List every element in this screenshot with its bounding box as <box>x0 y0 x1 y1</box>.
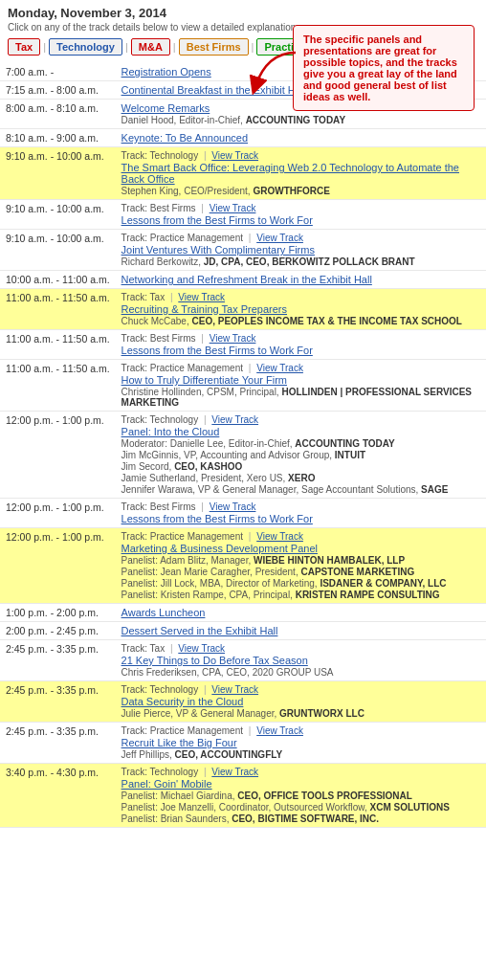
view-track-link[interactable]: View Track <box>178 643 225 654</box>
track-label: Track: Technology <box>122 684 199 695</box>
event-details: Track: Practice Management | View TrackM… <box>116 528 486 604</box>
event-details: Track: Practice Management | View TrackH… <box>116 360 486 412</box>
track-info: Track: Best Firms | View Track <box>122 501 480 512</box>
track-label: Track: Practice Management <box>122 233 243 243</box>
table-row: 3:40 p.m. - 4:30 p.m.Track: Technology |… <box>0 764 486 828</box>
track-info: Track: Technology | View Track <box>122 684 480 695</box>
callout-arrow-icon <box>248 48 300 100</box>
event-time: 8:10 a.m. - 9:00 a.m. <box>0 129 116 147</box>
tab-tax[interactable]: Tax <box>8 38 40 56</box>
presenter: Panelist: Adam Blitz, Manager, WIEBE HIN… <box>122 555 480 566</box>
event-time: 2:45 p.m. - 3:35 p.m. <box>0 640 116 681</box>
presenter: Stephen King, CEO/President, GROWTHFORCE <box>122 186 480 196</box>
view-track-link[interactable]: View Track <box>178 292 225 302</box>
presenter: Jeff Phillips, CEO, ACCOUNTINGFLY <box>122 749 480 760</box>
tab-technology[interactable]: Technology <box>49 38 122 56</box>
track-label: Track: Practice Management <box>122 725 243 736</box>
event-time: 12:00 p.m. - 1:00 p.m. <box>0 412 116 499</box>
tab-best-firms[interactable]: Best Firms <box>179 38 249 56</box>
presenter: Richard Berkowitz, JD, CPA, CEO, BERKOWI… <box>122 256 480 267</box>
event-details: Awards Luncheon <box>116 604 486 622</box>
view-track-link[interactable]: View Track <box>211 684 258 695</box>
event-title-link[interactable]: Recruiting & Training Tax Preparers <box>122 303 287 315</box>
view-track-link[interactable]: View Track <box>210 203 256 213</box>
table-row: 12:00 p.m. - 1:00 p.m.Track: Practice Ma… <box>0 528 486 604</box>
table-row: 11:00 a.m. - 11:50 a.m.Track: Practice M… <box>0 360 486 412</box>
table-row: 12:00 p.m. - 1:00 p.m.Track: Best Firms … <box>0 499 486 528</box>
track-label: Track: Tax <box>122 643 166 654</box>
presenter: Moderator: Danielle Lee, Editor-in-Chief… <box>122 438 480 449</box>
track-label: Track: Best Firms <box>122 333 196 344</box>
table-row: 9:10 a.m. - 10:00 a.m.Track: Practice Ma… <box>0 230 486 271</box>
table-row: 8:10 a.m. - 9:00 a.m.Keynote: To Be Anno… <box>0 129 486 147</box>
event-time: 1:00 p.m. - 2:00 p.m. <box>0 604 116 622</box>
view-track-link[interactable]: View Track <box>211 767 258 777</box>
event-title-link[interactable]: Marketing & Business Development Panel <box>122 543 318 554</box>
table-row: 2:45 p.m. - 3:35 p.m.Track: Technology |… <box>0 681 486 723</box>
table-row: 9:10 a.m. - 10:00 a.m.Track: Technology … <box>0 147 486 200</box>
event-title-link[interactable]: 21 Key Things to Do Before Tax Season <box>122 655 308 666</box>
event-title-link[interactable]: Networking and Refreshment Break in the … <box>122 274 372 285</box>
track-label: Track: Practice Management <box>122 531 243 542</box>
event-time: 2:45 p.m. - 3:35 p.m. <box>0 681 116 723</box>
view-track-link[interactable]: View Track <box>210 333 256 344</box>
event-title-link[interactable]: Registration Opens <box>122 66 211 78</box>
presenter: Julie Pierce, VP & General Manager, GRUN… <box>122 708 480 719</box>
tab-ma[interactable]: M&A <box>131 38 170 56</box>
view-track-link[interactable]: View Track <box>256 233 303 243</box>
table-row: 10:00 a.m. - 11:00 a.m.Networking and Re… <box>0 271 486 289</box>
event-title-link[interactable]: Panel: Goin' Mobile <box>122 778 212 790</box>
presenter: Jim Secord, CEO, KASHOO <box>122 461 480 472</box>
view-track-link[interactable]: View Track <box>256 531 303 542</box>
event-details: Track: Best Firms | View TrackLessons fr… <box>116 330 486 360</box>
event-title-link[interactable]: Keynote: To Be Announced <box>122 132 249 144</box>
table-row: 2:45 p.m. - 3:35 p.m.Track: Tax | View T… <box>0 640 486 681</box>
event-time: 7:15 a.m. - 8:00 a.m. <box>0 81 116 100</box>
view-track-link[interactable]: View Track <box>211 414 258 425</box>
event-title-link[interactable]: The Smart Back Office: Leveraging Web 2.… <box>122 162 459 185</box>
view-track-link[interactable]: View Track <box>210 501 256 512</box>
event-time: 10:00 a.m. - 11:00 a.m. <box>0 271 116 289</box>
event-time: 3:40 p.m. - 4:30 p.m. <box>0 764 116 828</box>
event-time: 9:10 a.m. - 10:00 a.m. <box>0 200 116 230</box>
event-title-link[interactable]: Lessons from the Best Firms to Work For <box>122 214 313 226</box>
view-track-link[interactable]: View Track <box>211 150 258 161</box>
presenter: Jamie Sutherland, President, Xero US, XE… <box>122 473 480 483</box>
track-info: Track: Technology | View Track <box>122 767 480 777</box>
track-info: Track: Best Firms | View Track <box>122 333 480 344</box>
event-details: Keynote: To Be Announced <box>116 129 486 147</box>
schedule-table: 7:00 a.m. -Registration Opens7:15 a.m. -… <box>0 63 486 828</box>
view-track-link[interactable]: View Track <box>256 363 303 373</box>
event-title-link[interactable]: Lessons from the Best Firms to Work For <box>122 513 313 524</box>
track-label: Track: Best Firms <box>122 501 196 512</box>
event-title-link[interactable]: Panel: Into the Cloud <box>122 426 220 437</box>
track-info: Track: Tax | View Track <box>122 643 480 654</box>
presenter: Panelist: Jill Lock, MBA, Director of Ma… <box>122 578 480 589</box>
event-details: Track: Technology | View TrackThe Smart … <box>116 147 486 200</box>
track-label: Track: Technology <box>122 767 199 777</box>
event-title-link[interactable]: Awards Luncheon <box>122 607 206 618</box>
track-info: Track: Best Firms | View Track <box>122 203 480 213</box>
event-details: Networking and Refreshment Break in the … <box>116 271 486 289</box>
table-row: 11:00 a.m. - 11:50 a.m.Track: Best Firms… <box>0 330 486 360</box>
event-title-link[interactable]: How to Truly Differentiate Your Firm <box>122 374 287 386</box>
event-title-link[interactable]: Welcome Remarks <box>122 102 210 114</box>
track-info: Track: Practice Management | View Track <box>122 725 480 736</box>
presenter: Chris Frederiksen, CPA, CEO, 2020 GROUP … <box>122 667 480 678</box>
track-info: Track: Technology | View Track <box>122 150 480 161</box>
view-track-link[interactable]: View Track <box>256 725 303 736</box>
track-info: Track: Practice Management | View Track <box>122 233 480 243</box>
track-label: Track: Technology <box>122 414 199 425</box>
presenter: Christine Hollinden, CPSM, Principal, HO… <box>122 387 480 408</box>
event-title-link[interactable]: Dessert Served in the Exhibit Hall <box>122 625 278 636</box>
event-title-link[interactable]: Joint Ventures With Complimentary Firms <box>122 244 315 256</box>
event-title-link[interactable]: Data Security in the Cloud <box>122 696 244 707</box>
track-label: Track: Practice Management <box>122 363 243 373</box>
event-time: 12:00 p.m. - 1:00 p.m. <box>0 528 116 604</box>
event-time: 11:00 a.m. - 11:50 a.m. <box>0 330 116 360</box>
event-title-link[interactable]: Recruit Like the Big Four <box>122 737 237 748</box>
event-details: Track: Best Firms | View TrackLessons fr… <box>116 200 486 230</box>
presenter: Panelist: Brian Saunders, CEO, BIGTIME S… <box>122 813 480 824</box>
event-title-link[interactable]: Lessons from the Best Firms to Work For <box>122 345 313 356</box>
event-details: Dessert Served in the Exhibit Hall <box>116 622 486 640</box>
